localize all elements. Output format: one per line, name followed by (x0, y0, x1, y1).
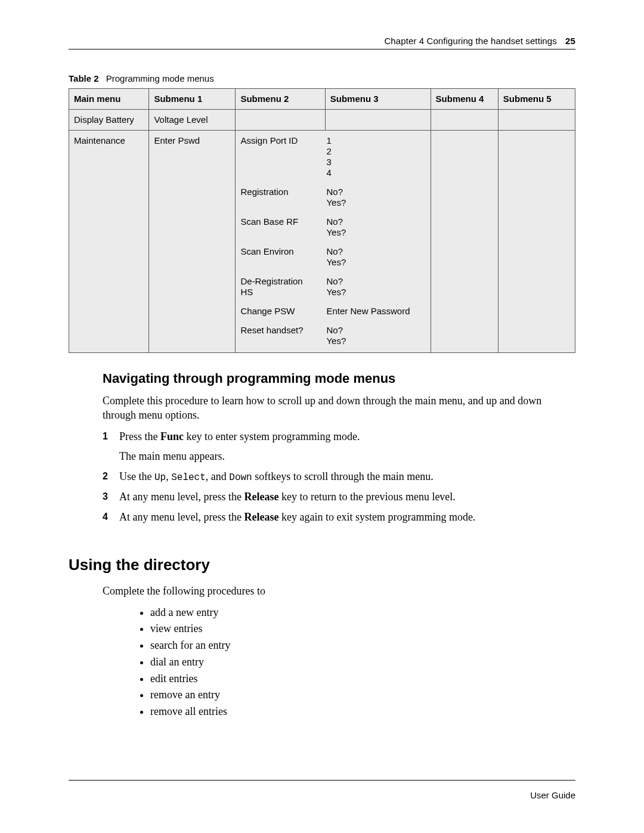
cell-submenu-3: 1 2 3 4 (321, 135, 430, 187)
cell-submenu-3: No? Yes? (321, 216, 430, 246)
step-body: At any menu level, press the Release key… (119, 490, 456, 504)
step-number: 2 (103, 470, 119, 484)
th-submenu-1: Submenu 1 (149, 89, 236, 110)
inner-row: Change PSW Enter New Password (236, 306, 430, 325)
page: Chapter 4 Configuring the handset settin… (0, 0, 644, 833)
step-text: key to enter system programming mode. (184, 431, 360, 442)
inner-row: Scan Environ No? Yes? (236, 246, 430, 276)
cell-submenu-2: Registration (236, 187, 321, 216)
cell-main-menu: Maintenance (69, 131, 149, 353)
cell-submenu-4 (431, 131, 498, 353)
list-item: view entries (150, 622, 575, 636)
inner-row: Registration No? Yes? (236, 187, 430, 216)
footer-label: User Guide (530, 790, 575, 800)
section-title: Navigating through programming mode menu… (103, 370, 575, 387)
cell-submenu-2-3: Assign Port ID 1 2 3 4 Registration No? … (236, 131, 431, 353)
cell-submenu-3: No? Yes? (321, 325, 430, 348)
cell-main-menu: Display Battery (69, 110, 149, 131)
cell-submenu-1: Enter Pswd (149, 131, 236, 353)
cell-submenu-3: No? Yes? (321, 276, 430, 306)
cell-submenu-3 (325, 110, 431, 131)
step-result: The main menu appears. (119, 450, 360, 464)
key-name: Func (160, 431, 184, 442)
step-body: At any menu level, press the Release key… (119, 510, 475, 525)
cell-submenu-2: Change PSW (236, 306, 321, 325)
table-caption: Table 2 Programming mode menus (69, 73, 575, 83)
softkey-name: Down (229, 472, 252, 483)
step-text: key to return to the previous menu level… (278, 491, 455, 503)
table-caption-label: Table 2 (69, 73, 99, 83)
running-head: Chapter 4 Configuring the handset settin… (69, 36, 575, 46)
cell-submenu-2: Reset handset? (236, 325, 321, 348)
cell-submenu-2 (236, 110, 325, 131)
list-item: edit entries (150, 672, 575, 686)
th-main-menu: Main menu (69, 89, 149, 110)
step-text: softkeys to scroll through the main menu… (252, 470, 434, 482)
section-using-the-directory: Using the directory Complete the followi… (69, 555, 575, 719)
table-row: Maintenance Enter Pswd Assign Port ID 1 … (69, 131, 575, 353)
step-text: , and (206, 470, 230, 482)
table-header-row: Main menu Submenu 1 Submenu 2 Submenu 3 … (69, 89, 575, 110)
cell-submenu-3: No? Yes? (321, 246, 430, 276)
step-number: 4 (103, 510, 119, 525)
step: 2 Use the Up, Select, and Down softkeys … (103, 470, 575, 484)
key-name: Release (244, 491, 278, 503)
cell-submenu-3: Enter New Password (321, 306, 430, 325)
page-number: 25 (565, 36, 575, 46)
cell-submenu-5 (498, 110, 575, 131)
softkey-name: Select (171, 472, 206, 483)
th-submenu-4: Submenu 4 (431, 89, 498, 110)
list-item: dial an entry (150, 655, 575, 670)
step-text: key again to exit system programming mod… (278, 511, 475, 523)
step: 1 Press the Func key to enter system pro… (103, 430, 575, 465)
cell-submenu-2: Scan Environ (236, 246, 321, 276)
cell-submenu-2: Assign Port ID (236, 135, 321, 187)
step-list: 1 Press the Func key to enter system pro… (103, 430, 575, 525)
th-submenu-5: Submenu 5 (498, 89, 575, 110)
step-text: , (166, 470, 171, 482)
inner-row: Scan Base RF No? Yes? (236, 216, 430, 246)
step-text: At any menu level, press the (119, 491, 244, 503)
cell-submenu-3: No? Yes? (321, 187, 430, 216)
cell-submenu-4 (431, 110, 498, 131)
cell-submenu-5 (498, 131, 575, 353)
inner-row: Reset handset? No? Yes? (236, 325, 430, 348)
step: 3 At any menu level, press the Release k… (103, 490, 575, 504)
cell-submenu-2: Scan Base RF (236, 216, 321, 246)
step-number: 3 (103, 490, 119, 504)
step-number: 1 (103, 430, 119, 465)
cell-submenu-2: De-Registration HS (236, 276, 321, 306)
inner-row: De-Registration HS No? Yes? (236, 276, 430, 306)
list-item: remove an entry (150, 688, 575, 702)
step-body: Press the Func key to enter system progr… (119, 430, 360, 465)
section-navigating: Navigating through programming mode menu… (103, 370, 575, 525)
table-caption-text: Programming mode menus (106, 73, 214, 83)
step-body: Use the Up, Select, and Down softkeys to… (119, 470, 434, 484)
step: 4 At any menu level, press the Release k… (103, 510, 575, 525)
cell-submenu-1: Voltage Level (149, 110, 236, 131)
softkey-name: Up (154, 472, 166, 483)
section-intro: Complete the following procedures to (103, 584, 575, 599)
step-text: At any menu level, press the (119, 511, 244, 523)
bullet-list: add a new entry view entries search for … (150, 606, 575, 719)
section-title: Using the directory (69, 555, 575, 575)
table-row: Display Battery Voltage Level (69, 110, 575, 131)
step-text: Press the (119, 431, 160, 442)
key-name: Release (244, 511, 278, 523)
list-item: search for an entry (150, 639, 575, 653)
header-rule (69, 49, 575, 49)
step-text: Use the (119, 470, 154, 482)
list-item: add a new entry (150, 606, 575, 620)
th-submenu-3: Submenu 3 (325, 89, 431, 110)
inner-table: Assign Port ID 1 2 3 4 Registration No? … (236, 135, 430, 348)
list-item: remove all entries (150, 705, 575, 719)
footer-rule (69, 780, 575, 781)
programming-mode-menus-table: Main menu Submenu 1 Submenu 2 Submenu 3 … (69, 88, 575, 353)
inner-row: Assign Port ID 1 2 3 4 (236, 135, 430, 187)
section-intro: Complete this procedure to learn how to … (103, 394, 575, 423)
chapter-label: Chapter 4 Configuring the handset settin… (384, 36, 556, 46)
th-submenu-2: Submenu 2 (236, 89, 325, 110)
